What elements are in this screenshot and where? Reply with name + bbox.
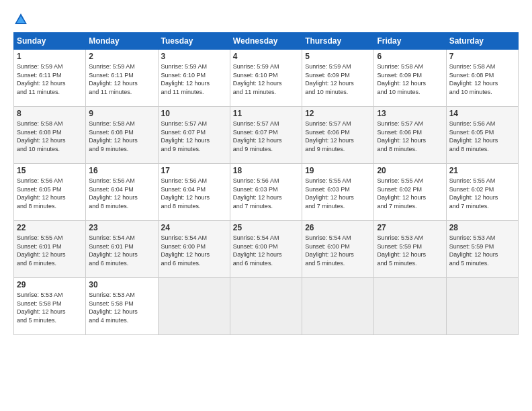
day-info: Sunrise: 5:56 AM Sunset: 6:03 PM Dayligh… (233, 177, 299, 210)
dow-header-monday: Monday (86, 33, 158, 50)
calendar-cell: 17Sunrise: 5:56 AM Sunset: 6:04 PM Dayli… (158, 164, 230, 221)
calendar-cell: 5Sunrise: 5:59 AM Sunset: 6:09 PM Daylig… (302, 50, 374, 107)
day-info: Sunrise: 5:56 AM Sunset: 6:05 PM Dayligh… (17, 177, 83, 210)
logo-icon (13, 12, 28, 27)
calendar-table: SundayMondayTuesdayWednesdayThursdayFrid… (13, 32, 519, 335)
day-info: Sunrise: 5:58 AM Sunset: 6:08 PM Dayligh… (17, 120, 83, 153)
day-number: 29 (17, 280, 83, 289)
calendar-cell: 6Sunrise: 5:58 AM Sunset: 6:09 PM Daylig… (374, 50, 446, 107)
calendar-cell: 3Sunrise: 5:59 AM Sunset: 6:10 PM Daylig… (158, 50, 230, 107)
day-number: 22 (17, 223, 83, 232)
day-number: 3 (161, 52, 227, 61)
day-info: Sunrise: 5:56 AM Sunset: 6:05 PM Dayligh… (449, 120, 515, 153)
calendar-cell: 20Sunrise: 5:55 AM Sunset: 6:02 PM Dayli… (374, 164, 446, 221)
day-number: 28 (449, 223, 515, 232)
calendar-cell: 18Sunrise: 5:56 AM Sunset: 6:03 PM Dayli… (230, 164, 302, 221)
calendar-week-4: 22Sunrise: 5:55 AM Sunset: 6:01 PM Dayli… (14, 221, 519, 278)
calendar-cell: 13Sunrise: 5:57 AM Sunset: 6:06 PM Dayli… (374, 107, 446, 164)
calendar-cell: 12Sunrise: 5:57 AM Sunset: 6:06 PM Dayli… (302, 107, 374, 164)
day-number: 8 (17, 109, 83, 118)
day-number: 24 (161, 223, 227, 232)
day-info: Sunrise: 5:58 AM Sunset: 6:08 PM Dayligh… (449, 62, 515, 96)
calendar-cell: 7Sunrise: 5:58 AM Sunset: 6:08 PM Daylig… (446, 50, 518, 107)
day-number: 12 (305, 109, 371, 118)
day-number: 9 (89, 109, 154, 118)
day-info: Sunrise: 5:55 AM Sunset: 6:03 PM Dayligh… (305, 177, 371, 210)
day-info: Sunrise: 5:57 AM Sunset: 6:06 PM Dayligh… (305, 120, 371, 153)
calendar-cell: 30Sunrise: 5:53 AM Sunset: 5:58 PM Dayli… (86, 278, 158, 335)
calendar-cell: 9Sunrise: 5:58 AM Sunset: 6:08 PM Daylig… (86, 107, 158, 164)
calendar-cell (302, 278, 374, 335)
day-info: Sunrise: 5:56 AM Sunset: 6:04 PM Dayligh… (161, 177, 227, 210)
day-number: 6 (377, 52, 443, 61)
dow-header-thursday: Thursday (302, 33, 374, 50)
day-info: Sunrise: 5:53 AM Sunset: 5:59 PM Dayligh… (377, 234, 443, 267)
day-info: Sunrise: 5:53 AM Sunset: 5:58 PM Dayligh… (17, 291, 83, 324)
calendar-cell: 25Sunrise: 5:54 AM Sunset: 6:00 PM Dayli… (230, 221, 302, 278)
calendar-cell (374, 278, 446, 335)
calendar-cell: 11Sunrise: 5:57 AM Sunset: 6:07 PM Dayli… (230, 107, 302, 164)
dow-header-tuesday: Tuesday (158, 33, 230, 50)
day-info: Sunrise: 5:54 AM Sunset: 6:00 PM Dayligh… (305, 234, 371, 267)
day-number: 5 (305, 52, 371, 61)
calendar-cell (446, 278, 518, 335)
calendar-cell: 22Sunrise: 5:55 AM Sunset: 6:01 PM Dayli… (14, 221, 86, 278)
calendar-cell: 19Sunrise: 5:55 AM Sunset: 6:03 PM Dayli… (302, 164, 374, 221)
day-info: Sunrise: 5:55 AM Sunset: 6:01 PM Dayligh… (17, 234, 83, 267)
day-info: Sunrise: 5:57 AM Sunset: 6:07 PM Dayligh… (161, 120, 227, 153)
calendar-cell: 14Sunrise: 5:56 AM Sunset: 6:05 PM Dayli… (446, 107, 518, 164)
day-info: Sunrise: 5:56 AM Sunset: 6:04 PM Dayligh… (89, 177, 154, 210)
day-number: 25 (233, 223, 299, 232)
logo (13, 12, 31, 27)
dow-header-saturday: Saturday (446, 33, 518, 50)
day-info: Sunrise: 5:58 AM Sunset: 6:09 PM Dayligh… (377, 62, 443, 96)
calendar-cell: 16Sunrise: 5:56 AM Sunset: 6:04 PM Dayli… (86, 164, 158, 221)
day-info: Sunrise: 5:59 AM Sunset: 6:10 PM Dayligh… (233, 62, 299, 96)
calendar-cell: 8Sunrise: 5:58 AM Sunset: 6:08 PM Daylig… (14, 107, 86, 164)
day-info: Sunrise: 5:57 AM Sunset: 6:07 PM Dayligh… (233, 120, 299, 153)
calendar-cell: 15Sunrise: 5:56 AM Sunset: 6:05 PM Dayli… (14, 164, 86, 221)
day-info: Sunrise: 5:59 AM Sunset: 6:11 PM Dayligh… (89, 62, 154, 96)
calendar-cell: 1Sunrise: 5:59 AM Sunset: 6:11 PM Daylig… (14, 50, 86, 107)
page: SundayMondayTuesdayWednesdayThursdayFrid… (0, 0, 532, 411)
day-number: 10 (161, 109, 227, 118)
header (13, 12, 519, 27)
day-number: 14 (449, 109, 515, 118)
dow-header-friday: Friday (374, 33, 446, 50)
day-number: 1 (17, 52, 83, 61)
day-info: Sunrise: 5:59 AM Sunset: 6:09 PM Dayligh… (305, 62, 371, 96)
day-info: Sunrise: 5:53 AM Sunset: 5:59 PM Dayligh… (449, 234, 515, 267)
day-number: 21 (449, 166, 515, 175)
day-number: 13 (377, 109, 443, 118)
calendar-week-3: 15Sunrise: 5:56 AM Sunset: 6:05 PM Dayli… (14, 164, 519, 221)
day-number: 26 (305, 223, 371, 232)
day-number: 7 (449, 52, 515, 61)
calendar-cell: 26Sunrise: 5:54 AM Sunset: 6:00 PM Dayli… (302, 221, 374, 278)
day-number: 30 (89, 280, 154, 289)
day-info: Sunrise: 5:59 AM Sunset: 6:11 PM Dayligh… (17, 62, 83, 96)
calendar-cell: 29Sunrise: 5:53 AM Sunset: 5:58 PM Dayli… (14, 278, 86, 335)
day-number: 23 (89, 223, 154, 232)
calendar-cell: 24Sunrise: 5:54 AM Sunset: 6:00 PM Dayli… (158, 221, 230, 278)
day-info: Sunrise: 5:54 AM Sunset: 6:00 PM Dayligh… (233, 234, 299, 267)
day-number: 2 (89, 52, 154, 61)
calendar-week-5: 29Sunrise: 5:53 AM Sunset: 5:58 PM Dayli… (14, 278, 519, 335)
dow-header-wednesday: Wednesday (230, 33, 302, 50)
calendar-cell: 27Sunrise: 5:53 AM Sunset: 5:59 PM Dayli… (374, 221, 446, 278)
day-info: Sunrise: 5:55 AM Sunset: 6:02 PM Dayligh… (377, 177, 443, 210)
dow-header-sunday: Sunday (14, 33, 86, 50)
day-number: 16 (89, 166, 154, 175)
calendar-cell: 21Sunrise: 5:55 AM Sunset: 6:02 PM Dayli… (446, 164, 518, 221)
day-info: Sunrise: 5:54 AM Sunset: 6:01 PM Dayligh… (89, 234, 154, 267)
calendar-week-2: 8Sunrise: 5:58 AM Sunset: 6:08 PM Daylig… (14, 107, 519, 164)
calendar-cell (230, 278, 302, 335)
day-number: 19 (305, 166, 371, 175)
day-info: Sunrise: 5:58 AM Sunset: 6:08 PM Dayligh… (89, 120, 154, 153)
calendar-cell: 23Sunrise: 5:54 AM Sunset: 6:01 PM Dayli… (86, 221, 158, 278)
calendar-cell (158, 278, 230, 335)
day-number: 11 (233, 109, 299, 118)
day-info: Sunrise: 5:55 AM Sunset: 6:02 PM Dayligh… (449, 177, 515, 210)
day-number: 20 (377, 166, 443, 175)
calendar-cell: 4Sunrise: 5:59 AM Sunset: 6:10 PM Daylig… (230, 50, 302, 107)
calendar-week-1: 1Sunrise: 5:59 AM Sunset: 6:11 PM Daylig… (14, 50, 519, 107)
